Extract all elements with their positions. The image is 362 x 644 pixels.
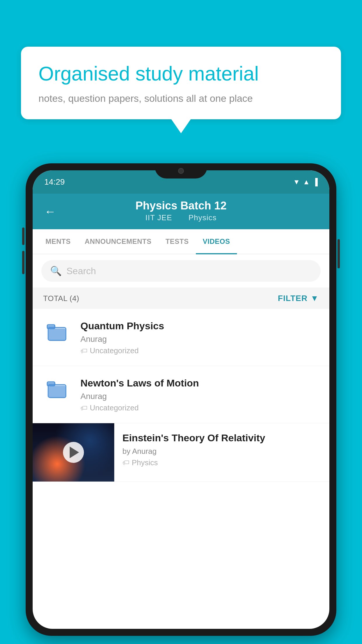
filter-label: FILTER bbox=[278, 294, 307, 303]
search-input-wrapper[interactable]: 🔍 Search bbox=[41, 260, 321, 282]
signal-icon: ▲ bbox=[303, 178, 310, 186]
filter-row: TOTAL (4) FILTER ▼ bbox=[33, 288, 329, 309]
video-list: Quantum Physics Anurag 🏷 Uncategorized bbox=[33, 309, 329, 482]
video-tag: 🏷 Physics bbox=[122, 458, 321, 467]
play-button[interactable] bbox=[63, 442, 84, 463]
phone-notch bbox=[155, 163, 207, 178]
tab-tests[interactable]: TESTS bbox=[159, 229, 196, 254]
phone-container: 14:29 ▼ ▲ ▐ ← Physics Batch 12 IIT JEE P… bbox=[26, 163, 336, 644]
battery-icon: ▐ bbox=[313, 178, 318, 186]
speech-bubble: Organised study material notes, question… bbox=[21, 47, 341, 119]
list-item[interactable]: Einstein's Theory Of Relativity by Anura… bbox=[33, 423, 329, 482]
search-input[interactable]: Search bbox=[66, 266, 96, 276]
folder-icon bbox=[46, 321, 69, 344]
video-title: Quantum Physics bbox=[80, 319, 319, 332]
list-item[interactable]: Newton's Laws of Motion Anurag 🏷 Uncateg… bbox=[33, 366, 329, 423]
subtitle-physics: Physics bbox=[189, 213, 217, 222]
search-icon: 🔍 bbox=[50, 265, 62, 276]
list-item[interactable]: Quantum Physics Anurag 🏷 Uncategorized bbox=[33, 309, 329, 366]
video-info: Einstein's Theory Of Relativity by Anura… bbox=[114, 423, 329, 475]
tag-icon: 🏷 bbox=[80, 347, 87, 355]
video-author: Anurag bbox=[80, 335, 319, 344]
header-title: Physics Batch 12 bbox=[136, 200, 227, 212]
video-icon-area bbox=[43, 377, 72, 401]
tab-videos[interactable]: VIDEOS bbox=[196, 229, 237, 254]
play-icon bbox=[70, 447, 79, 458]
power-button[interactable] bbox=[338, 239, 340, 268]
video-tag: 🏷 Uncategorized bbox=[80, 403, 319, 412]
wifi-icon: ▼ bbox=[293, 178, 300, 186]
tag-icon: 🏷 bbox=[80, 404, 87, 412]
video-title: Einstein's Theory Of Relativity bbox=[122, 431, 321, 444]
tab-announcements[interactable]: ANNOUNCEMENTS bbox=[78, 229, 159, 254]
tag-icon: 🏷 bbox=[122, 459, 129, 467]
bubble-subtitle: notes, question papers, solutions all at… bbox=[38, 93, 324, 104]
tag-label: Uncategorized bbox=[90, 403, 139, 412]
svg-rect-1 bbox=[49, 329, 66, 341]
subtitle-iit: IIT JEE bbox=[145, 213, 172, 222]
folder-icon bbox=[46, 378, 69, 401]
video-icon-area bbox=[43, 319, 72, 344]
tab-ments[interactable]: MENTS bbox=[38, 229, 78, 254]
phone-screen: 14:29 ▼ ▲ ▐ ← Physics Batch 12 IIT JEE P… bbox=[33, 170, 329, 629]
volume-down-button[interactable] bbox=[22, 251, 24, 274]
tag-label: Uncategorized bbox=[90, 346, 139, 355]
phone-outer: 14:29 ▼ ▲ ▐ ← Physics Batch 12 IIT JEE P… bbox=[26, 163, 336, 636]
back-button[interactable]: ← bbox=[44, 205, 56, 218]
tag-label: Physics bbox=[132, 458, 158, 467]
total-count: TOTAL (4) bbox=[43, 294, 79, 303]
front-camera bbox=[178, 168, 184, 174]
video-info: Newton's Laws of Motion Anurag 🏷 Uncateg… bbox=[80, 377, 319, 412]
video-title: Newton's Laws of Motion bbox=[80, 377, 319, 389]
status-icons: ▼ ▲ ▐ bbox=[293, 178, 318, 186]
filter-button[interactable]: FILTER ▼ bbox=[278, 294, 319, 303]
video-info: Quantum Physics Anurag 🏷 Uncategorized bbox=[80, 319, 319, 355]
filter-icon: ▼ bbox=[310, 294, 319, 303]
video-author: by Anurag bbox=[122, 447, 321, 456]
header-subtitle: IIT JEE Physics bbox=[142, 213, 220, 222]
video-thumbnail bbox=[33, 423, 114, 482]
svg-rect-6 bbox=[49, 386, 66, 398]
volume-up-button[interactable] bbox=[22, 228, 24, 245]
tabs-bar: MENTS ANNOUNCEMENTS TESTS VIDEOS bbox=[33, 229, 329, 254]
bubble-title: Organised study material bbox=[38, 62, 324, 86]
video-author: Anurag bbox=[80, 392, 319, 401]
search-bar-container: 🔍 Search bbox=[33, 254, 329, 288]
video-tag: 🏷 Uncategorized bbox=[80, 346, 319, 355]
status-time: 14:29 bbox=[44, 177, 65, 187]
app-header: ← Physics Batch 12 IIT JEE Physics bbox=[33, 194, 329, 229]
